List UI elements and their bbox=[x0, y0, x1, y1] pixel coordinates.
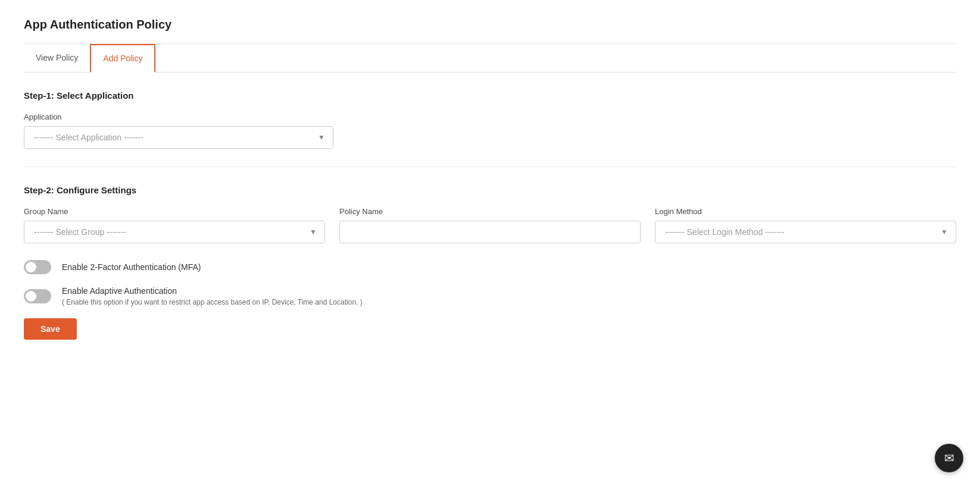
configure-grid: Group Name ------- Select Group ------- … bbox=[24, 207, 956, 243]
mfa-toggle[interactable] bbox=[24, 260, 51, 274]
tab-view-policy[interactable]: View Policy bbox=[24, 44, 90, 73]
step1-title: Step-1: Select Application bbox=[24, 90, 956, 101]
step1-section: Step-1: Select Application Application -… bbox=[24, 90, 956, 167]
mfa-slider bbox=[24, 260, 51, 274]
adaptive-label: Enable Adaptive Authentication bbox=[62, 286, 363, 296]
application-label: Application bbox=[24, 112, 333, 121]
adaptive-toggle-row: Enable Adaptive Authentication ( Enable … bbox=[24, 286, 956, 306]
group-name-select[interactable]: ------- Select Group ------- bbox=[24, 221, 325, 243]
save-button[interactable]: Save bbox=[24, 318, 77, 340]
application-field-group: Application ------- Select Application -… bbox=[24, 112, 333, 149]
login-method-select[interactable]: ------- Select Login Method ------- bbox=[655, 221, 956, 243]
policy-name-input[interactable] bbox=[339, 221, 641, 243]
tab-bar: View Policy Add Policy bbox=[24, 44, 956, 73]
mfa-toggle-row: Enable 2-Factor Authentication (MFA) bbox=[24, 260, 956, 274]
policy-name-field-group: Policy Name bbox=[339, 207, 641, 243]
application-select-wrapper: ------- Select Application ------- ▼ bbox=[24, 126, 333, 149]
adaptive-sublabel: ( Enable this option if you want to rest… bbox=[62, 298, 363, 306]
step2-section: Step-2: Configure Settings Group Name --… bbox=[24, 185, 956, 358]
adaptive-label-group: Enable Adaptive Authentication ( Enable … bbox=[62, 286, 363, 306]
login-method-select-wrapper: ------- Select Login Method ------- ▼ bbox=[655, 221, 956, 243]
mfa-label-group: Enable 2-Factor Authentication (MFA) bbox=[62, 262, 201, 272]
mfa-label: Enable 2-Factor Authentication (MFA) bbox=[62, 262, 201, 272]
save-button-wrapper: Save bbox=[24, 318, 956, 340]
group-name-label: Group Name bbox=[24, 207, 325, 216]
login-method-field-group: Login Method ------- Select Login Method… bbox=[655, 207, 956, 243]
step2-title: Step-2: Configure Settings bbox=[24, 185, 956, 195]
adaptive-slider bbox=[24, 289, 51, 303]
policy-name-label: Policy Name bbox=[339, 207, 641, 216]
group-name-field-group: Group Name ------- Select Group ------- … bbox=[24, 207, 325, 243]
login-method-label: Login Method bbox=[655, 207, 956, 216]
tab-add-policy[interactable]: Add Policy bbox=[90, 44, 155, 73]
group-name-select-wrapper: ------- Select Group ------- ▼ bbox=[24, 221, 325, 243]
application-select[interactable]: ------- Select Application ------- bbox=[24, 126, 333, 149]
page-title: App Authentication Policy bbox=[24, 18, 956, 32]
adaptive-toggle[interactable] bbox=[24, 289, 51, 303]
